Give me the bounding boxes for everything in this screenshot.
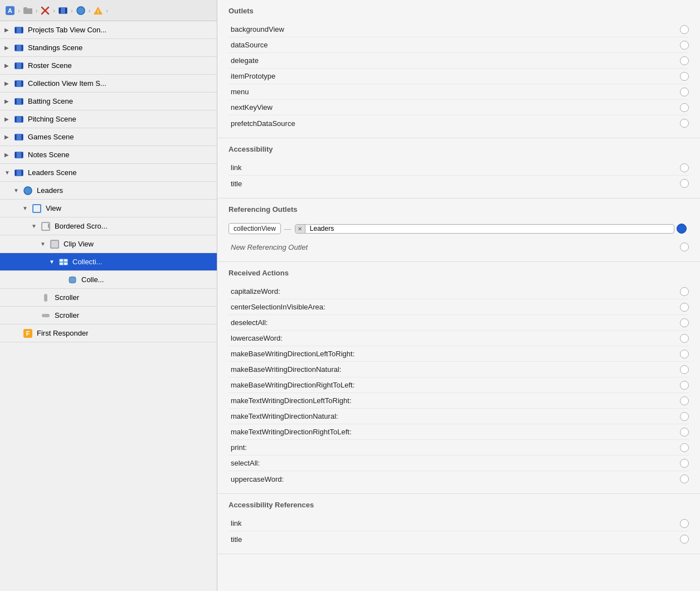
outlet-connector[interactable] [680,428,689,437]
cube-icon [67,274,78,285]
tree-item-notes-scene[interactable]: ▶ Notes Scene [0,146,217,164]
tree-item-clip-view[interactable]: ▼ Clip View [0,235,217,253]
ref-close-button[interactable]: ✕ [295,225,305,233]
outlet-connector[interactable] [680,287,689,296]
svg-text:F: F [26,330,30,337]
outlet-row-datasource: dataSource [229,37,689,53]
outlet-connector[interactable] [680,459,689,468]
folder-icon[interactable] [22,5,33,16]
outlet-connector[interactable] [680,519,689,528]
tree-item-label: Scroller [55,293,79,302]
svg-point-7 [77,7,85,14]
outlet-connector[interactable] [680,25,689,34]
tree-item-label: Batting Scene [28,97,73,105]
outlet-connector[interactable] [680,381,689,390]
outlet-connector[interactable] [680,163,689,172]
outlet-label: menu [229,88,680,96]
svg-rect-14 [15,45,17,51]
outlet-row-itemprototype: itemPrototype [229,69,689,84]
action-label: deselectAll: [229,318,680,327]
tree-item-label: Notes Scene [28,151,69,159]
expand-arrow: ▶ [4,134,13,140]
outlet-connector[interactable] [680,350,689,359]
tree-item-scroller-v[interactable]: Scroller [0,289,217,307]
tree-item-standings-scene[interactable]: ▶ Standings Scene [0,39,217,57]
outlets-header: Outlets [229,7,689,17]
app-icon[interactable]: A [4,5,16,16]
outlets-section: Outlets backgroundView dataSource delega… [217,0,700,138]
new-ref-connector[interactable] [680,243,689,251]
scene-icon [13,25,25,36]
scene-icon [13,78,25,89]
outlet-connector[interactable] [680,535,689,544]
tree-item-label: Projects Tab View Con... [28,26,106,34]
outlet-connector[interactable] [680,119,689,128]
tree-item-label: Standings Scene [28,43,82,52]
outlet-connector[interactable] [680,303,689,312]
tree-item-batting-scene[interactable]: ▶ Batting Scene [0,93,217,110]
accessibility-refs-header: Accessibility References [229,501,689,511]
tree-item-bordered-scroll[interactable]: ▼ Bordered Scro... [0,217,217,235]
outlet-connector[interactable] [680,396,689,405]
action-row: deselectAll: [229,315,689,331]
scene-icon [13,42,25,54]
action-row: centerSelectionInVisibleArea: [229,299,689,315]
tree-item-collection-view-item[interactable]: ▶ Collection View Item S... [0,75,217,93]
action-label: selectAll: [229,459,680,467]
outlet-connector[interactable] [680,334,689,343]
storyboard-icon[interactable] [57,5,69,16]
svg-rect-35 [15,170,17,176]
ref-outlet-connection[interactable]: ✕ Leaders [295,224,674,234]
tree-item-view[interactable]: ▼ View [0,200,217,217]
view-circle-icon [22,185,33,196]
tree-item-roster-scene[interactable]: ▶ Roster Scene [0,57,217,75]
expand-arrow: ▶ [4,27,13,33]
expand-arrow: ▼ [49,259,58,265]
action-row: makeTextWritingDirectionNatural: [229,409,689,424]
outlet-filled-connector[interactable] [677,224,687,234]
scene-icon [13,167,25,178]
scroller-h-icon [40,310,51,321]
accessibility-header: Accessibility [229,145,689,156]
outlet-connector[interactable] [680,179,689,188]
svg-rect-29 [15,134,17,140]
tree-item-leaders-scene[interactable]: ▼ Leaders Scene [0,164,217,182]
x-icon[interactable] [40,5,51,16]
tree-item-colle[interactable]: Colle... [0,271,217,289]
tree-item-leaders[interactable]: ▼ Leaders [0,182,217,200]
outlet-label: prefetchDataSource [229,119,680,128]
outlet-connector[interactable] [680,103,689,112]
outlet-connector[interactable] [680,72,689,81]
tree-item-collection-view-selected[interactable]: ▼ Collecti... [0,253,217,271]
svg-rect-23 [15,99,17,104]
tree-item-first-responder[interactable]: F First Responder [0,324,217,342]
action-label: uppercaseWord: [229,475,680,483]
action-row: makeTextWritingDirectionRightToLeft: [229,424,689,440]
svg-rect-27 [22,117,23,122]
outlet-connector[interactable] [680,443,689,452]
tree-item-games-scene[interactable]: ▶ Games Scene [0,128,217,146]
circle-icon[interactable] [75,5,86,16]
tree-item-projects-tab[interactable]: ▶ Projects Tab View Con... [0,21,217,39]
outlet-connector[interactable] [680,412,689,421]
outlet-label: delegate [229,56,680,65]
outlet-connector[interactable] [680,41,689,50]
outlet-connector[interactable] [680,318,689,327]
warning-breadcrumb-icon[interactable]: ! [93,5,104,16]
tree-item-scroller-h[interactable]: Scroller [0,307,217,324]
action-row: uppercaseWord: [229,471,689,487]
action-row: makeBaseWritingDirectionRightToLeft: [229,377,689,393]
outlet-label: nextKeyView [229,103,680,112]
svg-text:!: ! [98,9,99,14]
svg-rect-36 [22,170,23,176]
tree-item-pitching-scene[interactable]: ▶ Pitching Scene [0,110,217,128]
action-row: makeBaseWritingDirectionLeftToRight: [229,346,689,362]
svg-rect-33 [22,152,23,158]
outlet-connector[interactable] [680,365,689,374]
outlet-connector[interactable] [680,56,689,65]
scene-icon [13,132,25,143]
tree-item-label: Bordered Scro... [55,222,108,230]
outlet-connector[interactable] [680,474,689,483]
outlet-label: link [229,519,680,527]
outlet-connector[interactable] [680,88,689,96]
